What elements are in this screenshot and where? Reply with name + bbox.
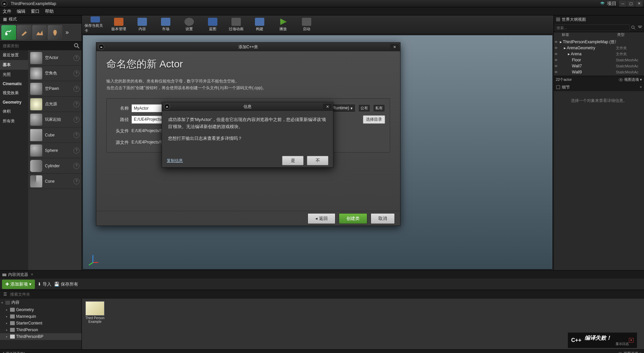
paint-mode-button[interactable] xyxy=(17,25,32,40)
visibility-eye-icon[interactable]: 👁 xyxy=(554,64,560,68)
outliner-tab[interactable]: 世界大纲视图 xyxy=(554,15,644,23)
view-options-button[interactable]: 视图选项▾ xyxy=(619,77,642,82)
outliner-row[interactable]: 👁 Wall9 StaticMeshAc xyxy=(554,69,644,75)
cat-geometry[interactable]: Geometry xyxy=(0,98,28,107)
close-tab-icon[interactable]: × xyxy=(31,272,33,277)
filter-icon[interactable] xyxy=(637,25,643,31)
info-icon[interactable]: ? xyxy=(73,148,79,154)
details-tab[interactable]: 细节 × xyxy=(554,83,644,91)
folder-row[interactable]: ▸Mannequin xyxy=(0,313,82,320)
modes-tab[interactable]: 模式 xyxy=(0,15,82,23)
info-icon[interactable]: ? xyxy=(73,132,79,138)
toast-close-button[interactable]: ✕ xyxy=(629,338,634,343)
actor-row[interactable]: 玩家起始? xyxy=(28,112,82,127)
no-button[interactable]: 不 xyxy=(307,156,328,165)
outliner-row[interactable]: 👁 ▸ ArenaGeometry 文件夹 xyxy=(554,45,644,51)
view-options-button[interactable]: 视图选项▾ xyxy=(618,351,641,353)
toast-sub[interactable]: 显示日志 xyxy=(585,342,629,346)
dialog-titlebar[interactable]: 添加C++类 ✕ xyxy=(96,43,400,51)
folder-row[interactable]: ▸StarterContent xyxy=(0,320,82,327)
maximize-button[interactable]: ▢ xyxy=(627,1,635,7)
marketplace-button[interactable]: 市场 xyxy=(155,16,176,33)
search-icon[interactable] xyxy=(73,43,80,49)
info-icon[interactable]: ? xyxy=(73,117,79,123)
cinematics-button[interactable]: 过场动画 xyxy=(225,16,247,33)
back-button[interactable]: ◂ 返回 xyxy=(308,213,335,224)
info-icon[interactable]: ? xyxy=(73,178,79,184)
create-class-button[interactable]: 创建类 xyxy=(339,213,367,224)
dialog-close-button[interactable]: ✕ xyxy=(390,44,399,50)
info-icon[interactable]: ? xyxy=(73,70,79,76)
search-icon[interactable] xyxy=(631,25,636,31)
outliner-row[interactable]: 👁 Wall7 StaticMeshAc xyxy=(554,63,644,69)
actor-row[interactable]: 空角色? xyxy=(28,66,82,81)
project-menu[interactable]: 项目 xyxy=(607,1,616,7)
content-search-input[interactable] xyxy=(9,291,643,298)
modes-search-input[interactable] xyxy=(1,42,73,50)
actor-row[interactable]: Sphere? xyxy=(28,143,82,158)
cat-recent[interactable]: 最近放置 xyxy=(0,50,28,60)
info-icon[interactable]: ? xyxy=(73,86,79,92)
dialog-close-button[interactable]: ✕ xyxy=(323,104,332,110)
public-button[interactable]: 公有 xyxy=(358,104,370,112)
save-all-button[interactable]: 💾保存所有 xyxy=(54,281,78,287)
compile-failed-toast[interactable]: C++ 编译失败！ 显示日志 ✕ xyxy=(568,332,637,348)
folder-row[interactable]: ▸ThirdPerson xyxy=(0,327,82,333)
visibility-eye-icon[interactable]: 👁 xyxy=(554,52,560,56)
yes-button[interactable]: 是 xyxy=(282,156,304,165)
play-button[interactable]: 播放 xyxy=(272,16,294,33)
menu-window[interactable]: 窗口 xyxy=(31,8,40,14)
filter-icon[interactable]: ☰ xyxy=(1,292,9,297)
folder-row[interactable]: ▸ThirdPersonBP xyxy=(0,333,82,340)
close-tab-icon[interactable]: × xyxy=(640,85,642,90)
actor-row[interactable]: 空Pawn? xyxy=(28,81,82,97)
col-label[interactable]: 标签 xyxy=(560,32,617,39)
source-control-button[interactable]: 版本管理 xyxy=(108,16,129,33)
settings-button[interactable]: 设置 xyxy=(178,16,200,33)
cat-cinematic[interactable]: Cinematic xyxy=(0,79,28,88)
cat-lights[interactable]: 光照 xyxy=(0,70,28,79)
content-button[interactable]: 内容 xyxy=(131,16,153,33)
menu-help[interactable]: 帮助 xyxy=(45,8,54,14)
outliner-row[interactable]: 👁 Floor StaticMeshAc xyxy=(554,57,644,63)
blueprints-button[interactable]: 蓝图 xyxy=(202,16,223,33)
dialog-titlebar[interactable]: 信息 ✕ xyxy=(162,102,333,111)
info-icon[interactable]: ? xyxy=(73,55,79,61)
launch-button[interactable]: 启动 xyxy=(296,16,317,33)
cancel-button[interactable]: 取消 xyxy=(371,213,395,224)
info-icon[interactable]: ? xyxy=(73,163,79,169)
visibility-eye-icon[interactable]: 👁 xyxy=(554,70,560,74)
visibility-eye-icon[interactable]: 👁 xyxy=(554,58,560,62)
outliner-row[interactable]: 👁 ▸ ThirdPersonExampleMap (世界 xyxy=(554,39,644,45)
asset-area[interactable]: Third Person Example xyxy=(82,299,644,349)
cat-all[interactable]: 所有类 xyxy=(0,116,28,126)
menu-file[interactable]: 文件 xyxy=(3,8,11,14)
actor-row[interactable]: Cube? xyxy=(28,127,82,143)
private-button[interactable]: 私有 xyxy=(373,104,385,112)
place-mode-button[interactable] xyxy=(1,25,16,40)
folder-row[interactable]: ▸Geometry xyxy=(0,306,82,313)
copy-message-link[interactable]: 复制信息 xyxy=(167,158,183,164)
import-button[interactable]: ⬇导入 xyxy=(38,281,51,287)
mode-overflow-button[interactable]: » xyxy=(63,29,71,36)
menu-edit[interactable]: 编辑 xyxy=(17,8,25,14)
actor-row[interactable]: 点光源? xyxy=(28,97,82,112)
actor-row[interactable]: Cylinder? xyxy=(28,158,82,174)
build-button[interactable]: 构建 xyxy=(249,16,270,33)
actor-row[interactable]: Cone? xyxy=(28,174,82,189)
foliage-mode-button[interactable] xyxy=(48,25,62,40)
folder-root[interactable]: ▾内容 xyxy=(0,299,82,306)
col-type[interactable]: 类型 xyxy=(617,32,644,39)
landscape-mode-button[interactable] xyxy=(32,25,47,40)
outliner-row[interactable]: 👁 ▸ Arena 文件夹 xyxy=(554,51,644,57)
choose-dir-button[interactable]: 选择目录 xyxy=(363,115,385,124)
save-level-button[interactable]: 保存当前关卡 xyxy=(85,16,106,33)
actor-row[interactable]: 空Actor? xyxy=(28,50,82,66)
add-new-button[interactable]: ✚添加新项▾ xyxy=(2,280,35,289)
cat-volumes[interactable]: 体积 xyxy=(0,107,28,116)
cat-basic[interactable]: 基本 xyxy=(0,60,28,70)
minimize-button[interactable]: ─ xyxy=(619,1,627,7)
cat-visual[interactable]: 视觉效果 xyxy=(0,88,28,98)
info-icon[interactable]: ? xyxy=(73,101,79,107)
asset-item[interactable]: Third Person Example xyxy=(85,301,105,323)
